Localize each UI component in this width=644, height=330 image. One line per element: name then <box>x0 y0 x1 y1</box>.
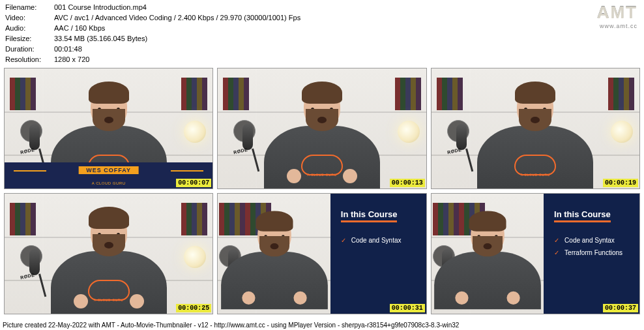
timestamp: 00:00:37 <box>603 304 638 312</box>
duration-value: 00:01:48 <box>54 44 639 55</box>
audio-label: Audio: <box>5 23 54 34</box>
timestamp: 00:00:07 <box>176 179 211 187</box>
check-icon: ✓ <box>554 249 559 256</box>
presenter <box>220 208 329 309</box>
course-title: In this Course <box>554 209 611 222</box>
filename-label: Filename: <box>5 3 54 13</box>
thumbnail-grid: RØDE A CLOUD GURU WES COFFAY A CLOUD GUR… <box>0 68 644 314</box>
thumbnail: RØDE A CLOUD GURU 00:00:25 <box>4 193 213 314</box>
logo-small: www.amt.cc <box>597 23 637 29</box>
thumbnail: In this Course ✓Code and Syntax ✓Terrafo… <box>431 193 640 314</box>
presenter: A CLOUD GURU <box>263 79 381 188</box>
presenter-subtitle: A CLOUD GURU <box>92 181 126 185</box>
course-item: ✓Code and Syntax <box>554 237 629 244</box>
video-label: Video: <box>5 13 54 23</box>
thumbnail: In this Course ✓Code and Syntax 00:00:31 <box>217 193 426 314</box>
books-icon <box>181 78 207 110</box>
thumbnail: RØDE A CLOUD GURU 00:00:13 <box>217 68 426 189</box>
course-panel: In this Course ✓Code and Syntax ✓Terrafo… <box>544 194 639 314</box>
timestamp: 00:00:13 <box>390 179 425 187</box>
check-icon: ✓ <box>341 237 346 244</box>
course-title: In this Course <box>341 209 398 222</box>
filename-value: 001 Course Introduction.mp4 <box>54 3 639 13</box>
thumbnail: RØDE A CLOUD GURU WES COFFAY A CLOUD GUR… <box>4 68 213 189</box>
presenter <box>433 208 542 309</box>
amt-logo: AMT www.amt.cc <box>597 3 637 29</box>
timestamp: 00:00:31 <box>390 304 425 312</box>
duration-label: Duration: <box>5 44 54 55</box>
presenter-name: WES COFFAY <box>78 166 139 174</box>
video-value: AVC / avc1 / Advanced Video Coding / 2.4… <box>54 13 639 23</box>
timestamp: 00:00:19 <box>603 179 638 187</box>
audio-value: AAC / 160 Kbps <box>54 23 639 34</box>
filesize-label: Filesize: <box>5 34 54 44</box>
footer-text: Picture created 22-May-2022 with AMT - A… <box>0 320 644 330</box>
course-item: ✓Code and Syntax <box>341 237 416 244</box>
lamp-icon <box>184 121 206 143</box>
resolution-label: Resolution: <box>5 55 54 65</box>
check-icon: ✓ <box>554 237 559 244</box>
course-panel: In this Course ✓Code and Syntax <box>330 194 426 314</box>
timestamp: 00:00:25 <box>176 304 211 312</box>
resolution-value: 1280 x 720 <box>54 55 639 65</box>
books-icon <box>10 78 36 110</box>
filesize-value: 33.54 MB (35.166.045 Bytes) <box>54 34 639 44</box>
course-item: ✓Terraform Functions <box>554 249 629 256</box>
media-info: Filename:001 Course Introduction.mp4 Vid… <box>0 0 644 68</box>
thumbnail: RØDE A CLOUD GURU 00:00:19 <box>431 68 640 189</box>
presenter: A CLOUD GURU <box>50 204 168 314</box>
logo-big: AMT <box>597 3 637 23</box>
presenter: A CLOUD GURU <box>476 79 594 188</box>
